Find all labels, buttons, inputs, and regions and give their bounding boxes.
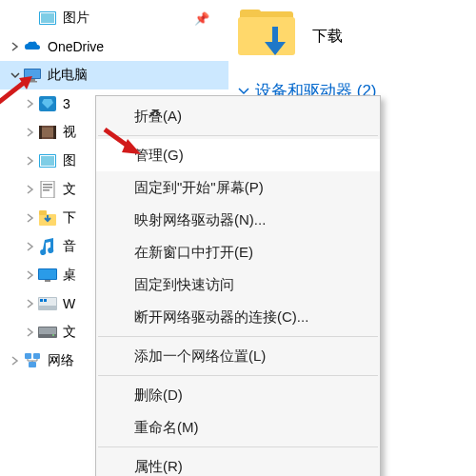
downloads-label: 下载	[312, 27, 343, 47]
onedrive-icon	[23, 37, 42, 56]
menu-label: 折叠(A)	[134, 108, 182, 126]
menu-separator	[98, 375, 378, 376]
svg-rect-22	[39, 269, 56, 279]
menu-label: 重命名(M)	[134, 419, 199, 437]
svg-rect-20	[39, 210, 47, 215]
menu-pin-start[interactable]: 固定到"开始"屏幕(P)	[96, 171, 380, 204]
svg-rect-23	[45, 280, 50, 282]
expand-toggle[interactable]	[23, 299, 38, 308]
menu-manage[interactable]: 管理(G)	[96, 139, 380, 171]
pictures-icon	[38, 151, 57, 170]
svg-rect-31	[25, 353, 31, 359]
expand-toggle[interactable]	[23, 213, 38, 223]
menu-delete[interactable]: 删除(D)	[96, 379, 380, 411]
svg-rect-14	[41, 156, 54, 166]
menu-properties[interactable]: 属性(R)	[96, 450, 380, 476]
folder-icon	[238, 10, 299, 63]
svg-rect-2	[41, 13, 54, 23]
videos-icon	[38, 123, 57, 142]
menu-new-window[interactable]: 在新窗口中打开(E)	[96, 236, 380, 268]
svg-rect-11	[53, 126, 56, 139]
tree-item-this-pc[interactable]: 此电脑	[0, 61, 228, 89]
tree-item-label: 3	[63, 96, 70, 111]
menu-collapse[interactable]: 折叠(A)	[96, 100, 380, 132]
documents-icon	[38, 180, 57, 199]
tree-item-label: 桌	[63, 267, 76, 284]
svg-rect-29	[39, 327, 56, 334]
svg-rect-6	[28, 81, 37, 83]
menu-label: 映射网络驱动器(N)...	[134, 211, 266, 229]
menu-map-drive[interactable]: 映射网络驱动器(N)...	[96, 204, 380, 236]
svg-rect-10	[39, 126, 42, 139]
svg-rect-26	[40, 299, 43, 302]
tree-item-label: W	[63, 296, 75, 311]
tree-item-label: 此电脑	[48, 67, 88, 84]
tree-item-label: 文	[63, 181, 76, 198]
pin-icon: 📌	[194, 11, 209, 26]
disk-icon	[38, 294, 57, 313]
svg-rect-27	[44, 299, 47, 302]
tree-item-label: 文	[63, 324, 76, 341]
downloads-folder[interactable]: 下载	[238, 10, 466, 63]
svg-rect-17	[43, 187, 52, 188]
menu-label: 固定到快速访问	[134, 276, 234, 294]
tree-item-label: 下	[63, 209, 76, 227]
tree-item-label: OneDrive	[48, 39, 104, 54]
tree-item-label: 网络	[48, 352, 74, 369]
disk-icon	[38, 323, 57, 342]
tree-item-onedrive[interactable]: OneDrive	[0, 32, 228, 61]
svg-point-30	[52, 334, 54, 336]
menu-label: 属性(R)	[134, 458, 183, 476]
pictures-icon	[38, 9, 57, 28]
music-icon	[38, 237, 57, 256]
menu-disconnect-drive[interactable]: 断开网络驱动器的连接(C)...	[96, 301, 380, 333]
menu-pin-quick[interactable]: 固定到快速访问	[96, 268, 380, 301]
menu-label: 删除(D)	[134, 387, 183, 405]
expand-toggle[interactable]	[8, 70, 23, 80]
tree-item-label: 图片	[63, 10, 89, 27]
expand-toggle[interactable]	[23, 185, 38, 194]
menu-add-netloc[interactable]: 添加一个网络位置(L)	[96, 340, 380, 372]
expand-toggle[interactable]	[23, 128, 38, 137]
expand-toggle[interactable]	[8, 356, 23, 366]
svg-rect-16	[43, 184, 52, 186]
this-pc-icon	[23, 66, 42, 85]
svg-rect-5	[30, 79, 35, 81]
expand-toggle[interactable]	[23, 327, 38, 337]
context-menu: 折叠(A) 管理(G) 固定到"开始"屏幕(P) 映射网络驱动器(N)... 在…	[95, 95, 381, 476]
download-arrow-icon	[261, 27, 289, 59]
network-icon	[23, 351, 42, 370]
svg-rect-9	[41, 128, 54, 137]
expand-toggle[interactable]	[23, 99, 38, 109]
menu-label: 固定到"开始"屏幕(P)	[134, 179, 264, 197]
menu-label: 管理(G)	[134, 147, 184, 165]
svg-rect-33	[29, 362, 36, 367]
menu-separator	[98, 336, 378, 337]
expand-toggle[interactable]	[23, 270, 38, 280]
menu-separator	[98, 446, 378, 447]
downloads-icon	[38, 208, 57, 228]
menu-label: 断开网络驱动器的连接(C)...	[134, 308, 308, 327]
menu-rename[interactable]: 重命名(M)	[96, 411, 380, 444]
expand-toggle[interactable]	[8, 42, 23, 51]
tree-item-label: 视	[63, 124, 76, 141]
menu-separator	[98, 135, 378, 136]
expand-toggle[interactable]	[23, 242, 38, 251]
tree-item-pictures[interactable]: 图片 📌	[0, 4, 228, 32]
menu-label: 在新窗口中打开(E)	[134, 244, 253, 262]
svg-rect-32	[33, 353, 40, 359]
desktop-icon	[38, 266, 57, 285]
tree-item-label: 音	[63, 238, 76, 255]
svg-rect-4	[25, 69, 40, 78]
tree-item-label: 图	[63, 152, 76, 169]
expand-toggle[interactable]	[23, 156, 38, 166]
menu-label: 添加一个网络位置(L)	[134, 347, 266, 366]
3d-icon	[38, 94, 57, 113]
svg-rect-18	[43, 189, 50, 191]
